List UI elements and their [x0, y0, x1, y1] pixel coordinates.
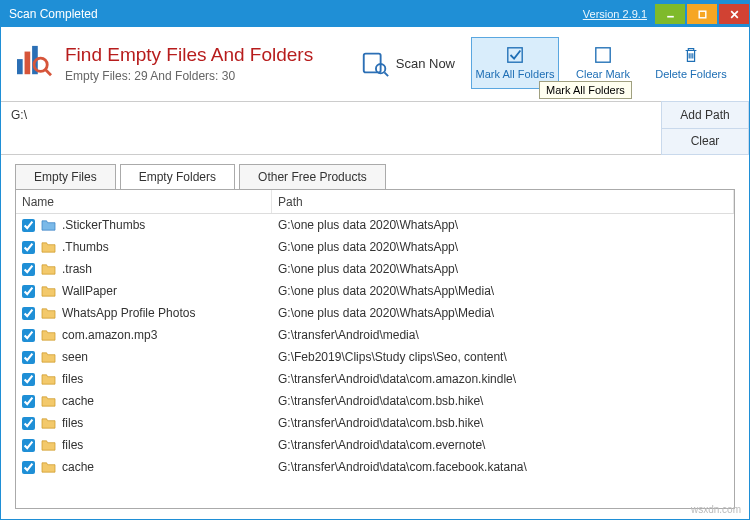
- svg-rect-3: [25, 52, 31, 75]
- version-link[interactable]: Version 2.9.1: [583, 8, 647, 20]
- cell-name: .StickerThumbs: [16, 218, 272, 232]
- cell-name: WhatsApp Profile Photos: [16, 306, 272, 320]
- clear-mark-label: Clear Mark: [576, 68, 630, 80]
- table-row[interactable]: filesG:\transfer\Android\data\com.bsb.hi…: [16, 412, 734, 434]
- table-row[interactable]: filesG:\transfer\Android\data\com.everno…: [16, 434, 734, 456]
- scan-now-button[interactable]: Scan Now: [360, 48, 455, 78]
- minimize-button[interactable]: [655, 4, 685, 24]
- svg-line-6: [45, 70, 51, 76]
- cell-name: com.amazon.mp3: [16, 328, 272, 342]
- row-name: seen: [62, 350, 88, 364]
- cell-path: G:\one plus data 2020\WhatsApp\: [272, 262, 734, 276]
- grid-header: Name Path: [16, 190, 734, 214]
- folder-icon: [41, 307, 56, 320]
- row-checkbox[interactable]: [22, 395, 35, 408]
- svg-rect-10: [508, 48, 522, 62]
- add-path-button[interactable]: Add Path: [661, 101, 749, 129]
- table-row[interactable]: cacheG:\transfer\Android\data\com.facebo…: [16, 456, 734, 478]
- folder-icon: [41, 219, 56, 232]
- tab-empty-files[interactable]: Empty Files: [15, 164, 116, 190]
- path-item[interactable]: G:\: [11, 108, 651, 122]
- row-name: files: [62, 372, 83, 386]
- mark-all-label: Mark All Folders: [476, 68, 555, 80]
- delete-folders-label: Delete Folders: [655, 68, 727, 80]
- cell-path: G:\one plus data 2020\WhatsApp\Media\: [272, 306, 734, 320]
- cell-name: files: [16, 438, 272, 452]
- row-checkbox[interactable]: [22, 307, 35, 320]
- grid-body[interactable]: .StickerThumbsG:\one plus data 2020\What…: [16, 214, 734, 508]
- cell-path: G:\transfer\Android\data\com.evernote\: [272, 438, 734, 452]
- svg-rect-11: [596, 48, 610, 62]
- cell-path: G:\transfer\Android\media\: [272, 328, 734, 342]
- table-row[interactable]: cacheG:\transfer\Android\data\com.bsb.hi…: [16, 390, 734, 412]
- folder-icon: [41, 395, 56, 408]
- clear-path-button[interactable]: Clear: [661, 129, 749, 156]
- close-button[interactable]: [719, 4, 749, 24]
- app-logo-icon: [15, 44, 53, 82]
- row-name: cache: [62, 394, 94, 408]
- row-checkbox[interactable]: [22, 241, 35, 254]
- row-name: cache: [62, 460, 94, 474]
- cell-path: G:\transfer\Android\data\com.bsb.hike\: [272, 416, 734, 430]
- row-checkbox[interactable]: [22, 285, 35, 298]
- path-list[interactable]: G:\: [1, 101, 661, 155]
- folder-icon: [41, 351, 56, 364]
- scan-stats: Empty Files: 29 And Folders: 30: [65, 69, 313, 83]
- cell-name: files: [16, 372, 272, 386]
- column-name[interactable]: Name: [16, 190, 272, 213]
- row-checkbox[interactable]: [22, 351, 35, 364]
- cell-name: cache: [16, 460, 272, 474]
- row-name: .StickerThumbs: [62, 218, 145, 232]
- cell-path: G:\transfer\Android\data\com.facebook.ka…: [272, 460, 734, 474]
- folder-icon: [41, 373, 56, 386]
- trash-icon: [682, 46, 700, 64]
- folder-icon: [41, 285, 56, 298]
- cell-path: G:\one plus data 2020\WhatsApp\Media\: [272, 284, 734, 298]
- scan-now-icon: [360, 48, 390, 78]
- cell-name: WallPaper: [16, 284, 272, 298]
- row-name: .trash: [62, 262, 92, 276]
- folder-icon: [41, 241, 56, 254]
- row-checkbox[interactable]: [22, 219, 35, 232]
- row-name: .Thumbs: [62, 240, 109, 254]
- app-title: Find Empty Files And Folders: [65, 44, 313, 66]
- row-name: WallPaper: [62, 284, 117, 298]
- row-name: WhatsApp Profile Photos: [62, 306, 195, 320]
- table-row[interactable]: .ThumbsG:\one plus data 2020\WhatsApp\: [16, 236, 734, 258]
- row-name: com.amazon.mp3: [62, 328, 157, 342]
- table-row[interactable]: com.amazon.mp3G:\transfer\Android\media\: [16, 324, 734, 346]
- cell-path: G:\Feb2019\Clips\Study clips\Seo, conten…: [272, 350, 734, 364]
- cell-name: files: [16, 416, 272, 430]
- watermark: wsxdn.com: [691, 504, 741, 515]
- row-checkbox[interactable]: [22, 329, 35, 342]
- table-row[interactable]: seenG:\Feb2019\Clips\Study clips\Seo, co…: [16, 346, 734, 368]
- row-checkbox[interactable]: [22, 461, 35, 474]
- path-bar: G:\ Add Path Clear: [1, 101, 749, 155]
- folder-icon: [41, 461, 56, 474]
- svg-rect-1: [699, 11, 706, 18]
- row-checkbox[interactable]: [22, 439, 35, 452]
- row-checkbox[interactable]: [22, 263, 35, 276]
- row-checkbox[interactable]: [22, 417, 35, 430]
- maximize-button[interactable]: [687, 4, 717, 24]
- checkbox-icon: [506, 46, 524, 64]
- table-row[interactable]: WallPaperG:\one plus data 2020\WhatsApp\…: [16, 280, 734, 302]
- empty-checkbox-icon: [594, 46, 612, 64]
- tab-empty-folders[interactable]: Empty Folders: [120, 164, 235, 190]
- results-grid: Name Path .StickerThumbsG:\one plus data…: [15, 189, 735, 509]
- row-checkbox[interactable]: [22, 373, 35, 386]
- table-row[interactable]: .StickerThumbsG:\one plus data 2020\What…: [16, 214, 734, 236]
- delete-folders-button[interactable]: Delete Folders: [647, 37, 735, 89]
- tab-other-products[interactable]: Other Free Products: [239, 164, 386, 190]
- scan-status: Scan Completed: [9, 7, 98, 21]
- mark-all-tooltip: Mark All Folders: [539, 81, 632, 99]
- cell-name: .Thumbs: [16, 240, 272, 254]
- table-row[interactable]: .trashG:\one plus data 2020\WhatsApp\: [16, 258, 734, 280]
- cell-path: G:\one plus data 2020\WhatsApp\: [272, 240, 734, 254]
- tabs: Empty Files Empty Folders Other Free Pro…: [15, 163, 749, 189]
- row-name: files: [62, 438, 83, 452]
- column-path[interactable]: Path: [272, 190, 734, 213]
- svg-rect-2: [17, 59, 23, 74]
- table-row[interactable]: WhatsApp Profile PhotosG:\one plus data …: [16, 302, 734, 324]
- table-row[interactable]: filesG:\transfer\Android\data\com.amazon…: [16, 368, 734, 390]
